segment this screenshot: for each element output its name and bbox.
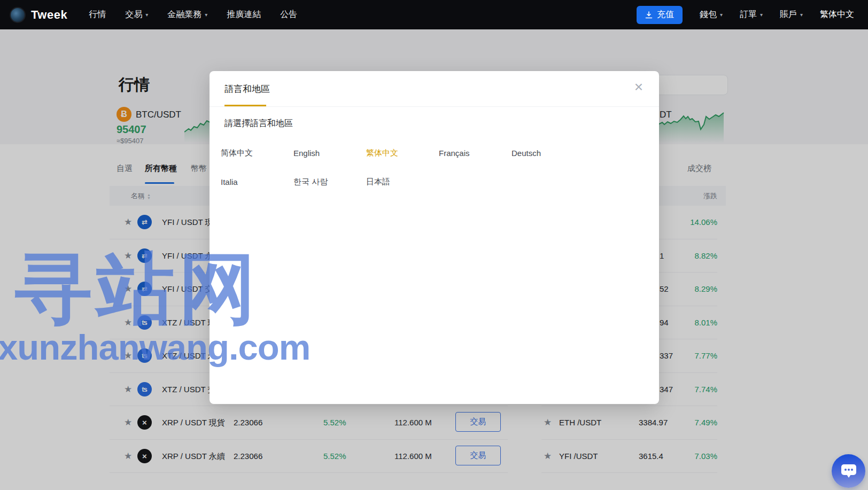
modal-subtitle: 請選擇語言和地區 bbox=[224, 118, 293, 129]
language-option-Italia[interactable]: Italia bbox=[221, 177, 293, 186]
language-option-简体中文[interactable]: 简体中文 bbox=[221, 148, 293, 158]
language-option-English[interactable]: English bbox=[293, 149, 366, 158]
nav-item-賬戶[interactable]: 賬戶▾ bbox=[780, 9, 803, 20]
language-region-modal: 語言和地區 × 請選擇語言和地區 简体中文English繁体中文Français… bbox=[210, 71, 659, 404]
nav-item-label: 推廣連結 bbox=[227, 9, 261, 20]
nav-item-label: 交易 bbox=[125, 9, 142, 20]
tweek-logo-icon bbox=[10, 7, 26, 23]
deposit-label: 充值 bbox=[657, 9, 674, 20]
nav-item-錢包[interactable]: 錢包▾ bbox=[700, 9, 723, 20]
brand-title: Tweek bbox=[31, 8, 67, 22]
chevron-down-icon: ▾ bbox=[145, 12, 148, 18]
main-nav: 行情交易▾金融業務▾推廣連結公告 bbox=[89, 9, 297, 20]
nav-item-金融業務[interactable]: 金融業務▾ bbox=[167, 9, 207, 20]
nav-item-label: 行情 bbox=[89, 9, 106, 20]
close-icon[interactable]: × bbox=[632, 77, 645, 97]
language-switch[interactable]: 繁体中文 bbox=[820, 9, 854, 20]
nav-item-訂單[interactable]: 訂單▾ bbox=[740, 9, 763, 20]
nav-item-交易[interactable]: 交易▾ bbox=[125, 9, 148, 20]
chevron-down-icon: ▾ bbox=[760, 12, 763, 18]
nav-item-label: 錢包 bbox=[700, 9, 717, 20]
account-nav: 錢包▾訂單▾賬戶▾ bbox=[700, 9, 803, 20]
top-navbar: Tweek 行情交易▾金融業務▾推廣連結公告 充值 錢包▾訂單▾賬戶▾ 繁体中文 bbox=[0, 0, 868, 29]
app-window: Tweek 行情交易▾金融業務▾推廣連結公告 充值 錢包▾訂單▾賬戶▾ 繁体中文… bbox=[0, 0, 868, 490]
language-option-日本語[interactable]: 日本語 bbox=[366, 177, 439, 187]
nav-item-公告[interactable]: 公告 bbox=[280, 9, 297, 20]
chevron-down-icon: ▾ bbox=[205, 12, 207, 18]
download-icon bbox=[645, 11, 653, 19]
nav-item-label: 訂單 bbox=[740, 9, 757, 20]
modal-title-underline bbox=[224, 105, 266, 106]
nav-item-label: 金融業務 bbox=[167, 9, 201, 20]
nav-item-行情[interactable]: 行情 bbox=[89, 9, 106, 20]
language-option-Deutsch[interactable]: Deutsch bbox=[511, 149, 584, 158]
nav-item-label: 賬戶 bbox=[780, 9, 797, 20]
language-option-한국 사람[interactable]: 한국 사람 bbox=[293, 177, 366, 187]
language-options-grid: 简体中文English繁体中文FrançaisDeutschItalia한국 사… bbox=[221, 138, 584, 196]
modal-title: 語言和地區 bbox=[224, 83, 270, 95]
modal-header: 語言和地區 × bbox=[210, 71, 659, 107]
chat-support-button[interactable] bbox=[832, 454, 865, 488]
nav-right: 充值 錢包▾訂單▾賬戶▾ 繁体中文 bbox=[637, 6, 868, 24]
chat-bubble-icon bbox=[840, 463, 858, 480]
nav-item-label: 公告 bbox=[280, 9, 297, 20]
nav-item-推廣連結[interactable]: 推廣連結 bbox=[227, 9, 261, 20]
chevron-down-icon: ▾ bbox=[800, 12, 803, 18]
chevron-down-icon: ▾ bbox=[720, 12, 723, 18]
language-option-Français[interactable]: Français bbox=[439, 149, 511, 158]
deposit-button[interactable]: 充值 bbox=[637, 6, 683, 24]
language-option-繁体中文[interactable]: 繁体中文 bbox=[366, 148, 439, 158]
